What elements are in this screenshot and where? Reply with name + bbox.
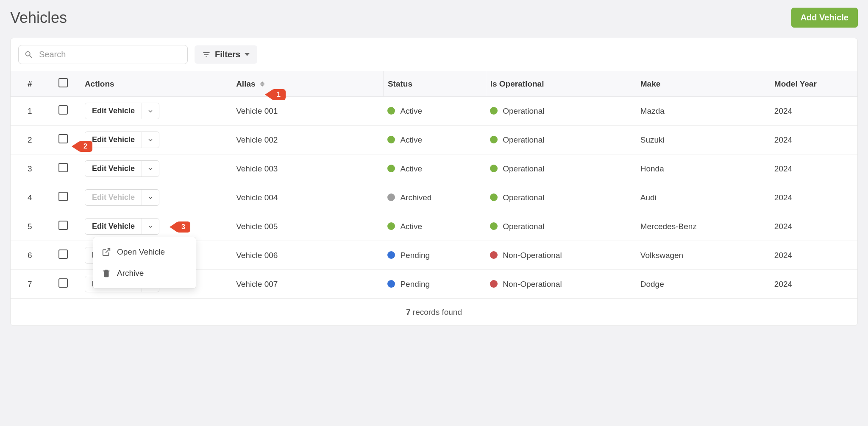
row-checkbox[interactable] (58, 278, 68, 288)
filter-icon (202, 50, 211, 59)
status-dot (387, 165, 395, 172)
status-dot (387, 222, 395, 230)
cell-make: Honda (636, 154, 770, 183)
caret-down-icon (245, 53, 250, 56)
operational-dot (490, 107, 498, 115)
cell-operational: Operational (486, 126, 636, 154)
row-checkbox[interactable] (58, 105, 68, 115)
cell-alias: Vehicle 004 (232, 183, 383, 212)
cell-alias: Vehicle 001 (232, 97, 383, 126)
cell-year: 2024 (770, 126, 857, 154)
col-header-actions: Actions (81, 71, 232, 97)
menu-archive[interactable]: Archive (93, 263, 196, 284)
open-external-icon (102, 247, 111, 257)
edit-vehicle-button[interactable]: Edit Vehicle (85, 161, 142, 177)
edit-vehicle-button[interactable]: Edit Vehicle (85, 103, 142, 119)
row-actions-dropdown-button[interactable] (142, 219, 159, 234)
edit-vehicle-group: Edit Vehicle (85, 103, 159, 119)
row-actions-dropdown-button[interactable] (142, 103, 159, 119)
col-header-num: # (11, 71, 45, 97)
row-actions-menu: Open Vehicle Archive (93, 237, 196, 289)
filters-button[interactable]: Filters (195, 45, 257, 64)
operational-dot (490, 280, 498, 288)
operational-dot (490, 251, 498, 259)
row-checkbox[interactable] (58, 221, 68, 230)
cell-make: Suzuki (636, 126, 770, 154)
status-dot (387, 193, 395, 201)
edit-vehicle-button[interactable]: Edit Vehicle (85, 132, 142, 148)
cell-status: Active (383, 126, 486, 154)
status-dot (387, 107, 395, 115)
add-vehicle-button[interactable]: Add Vehicle (791, 8, 858, 28)
toolbar: Filters (11, 38, 857, 71)
edit-vehicle-button[interactable]: Edit Vehicle (85, 190, 142, 205)
cell-alias: Vehicle 006 (232, 241, 383, 270)
svg-line-3 (106, 249, 110, 253)
vehicles-panel: Filters # Actions Alias Status Is Operat… (10, 38, 858, 326)
cell-year: 2024 (770, 241, 857, 270)
status-dot (387, 280, 395, 288)
edit-vehicle-button[interactable]: Edit Vehicle (85, 219, 142, 234)
row-number: 1 (11, 97, 45, 126)
row-number: 6 (11, 241, 45, 270)
cell-alias: Vehicle 005 (232, 212, 383, 241)
cell-alias: Vehicle 002 (232, 126, 383, 154)
page-title: Vehicles (10, 9, 67, 27)
cell-status: Active (383, 212, 486, 241)
status-dot (387, 136, 395, 143)
edit-vehicle-group: Edit Vehicle (85, 132, 159, 148)
status-dot (387, 251, 395, 259)
col-header-operational: Is Operational (486, 71, 636, 97)
menu-open-vehicle[interactable]: Open Vehicle (93, 241, 196, 263)
cell-make: Audi (636, 183, 770, 212)
row-checkbox[interactable] (58, 192, 68, 201)
records-footer: 7 records found (11, 299, 857, 325)
col-header-check[interactable] (45, 71, 80, 97)
sort-icon (260, 81, 264, 87)
col-header-year: Model Year (770, 71, 857, 97)
chevron-down-icon (147, 223, 154, 230)
row-actions-dropdown-button[interactable] (142, 190, 159, 205)
filters-label: Filters (215, 50, 240, 59)
cell-year: 2024 (770, 270, 857, 299)
operational-dot (490, 165, 498, 172)
row-checkbox[interactable] (58, 249, 68, 259)
annotation-3: 3 (170, 221, 190, 233)
cell-status: Archived (383, 183, 486, 212)
cell-year: 2024 (770, 97, 857, 126)
cell-operational: Non-Operational (486, 241, 636, 270)
row-number: 5 (11, 212, 45, 241)
cell-year: 2024 (770, 154, 857, 183)
table-row: 3Edit VehicleVehicle 003ActiveOperationa… (11, 154, 857, 183)
col-header-alias[interactable]: Alias (232, 71, 383, 97)
cell-operational: Non-Operational (486, 270, 636, 299)
cell-year: 2024 (770, 183, 857, 212)
cell-status: Active (383, 97, 486, 126)
col-header-make: Make (636, 71, 770, 97)
cell-make: Mazda (636, 97, 770, 126)
cell-make: Volkswagen (636, 241, 770, 270)
cell-operational: Operational (486, 183, 636, 212)
row-actions-dropdown-button[interactable] (142, 132, 159, 148)
row-checkbox[interactable] (58, 163, 68, 172)
cell-status: Pending (383, 270, 486, 299)
trash-icon (102, 269, 111, 278)
row-actions-dropdown-button[interactable] (142, 161, 159, 177)
operational-dot (490, 193, 498, 201)
row-number: 7 (11, 270, 45, 299)
cell-operational: Operational (486, 154, 636, 183)
chevron-down-icon (147, 108, 154, 115)
table-row: 2Edit VehicleVehicle 002ActiveOperationa… (11, 126, 857, 154)
cell-operational: Operational (486, 97, 636, 126)
table-row: 1Edit VehicleVehicle 001ActiveOperationa… (11, 97, 857, 126)
edit-vehicle-group: Edit Vehicle (85, 160, 159, 177)
annotation-2: 2 (72, 141, 92, 152)
row-checkbox[interactable] (58, 134, 68, 143)
operational-dot (490, 222, 498, 230)
cell-make: Mercedes-Benz (636, 212, 770, 241)
search-input[interactable] (18, 45, 188, 64)
operational-dot (490, 136, 498, 143)
edit-vehicle-group: Edit Vehicle (85, 218, 159, 235)
cell-make: Dodge (636, 270, 770, 299)
select-all-checkbox[interactable] (58, 78, 68, 87)
